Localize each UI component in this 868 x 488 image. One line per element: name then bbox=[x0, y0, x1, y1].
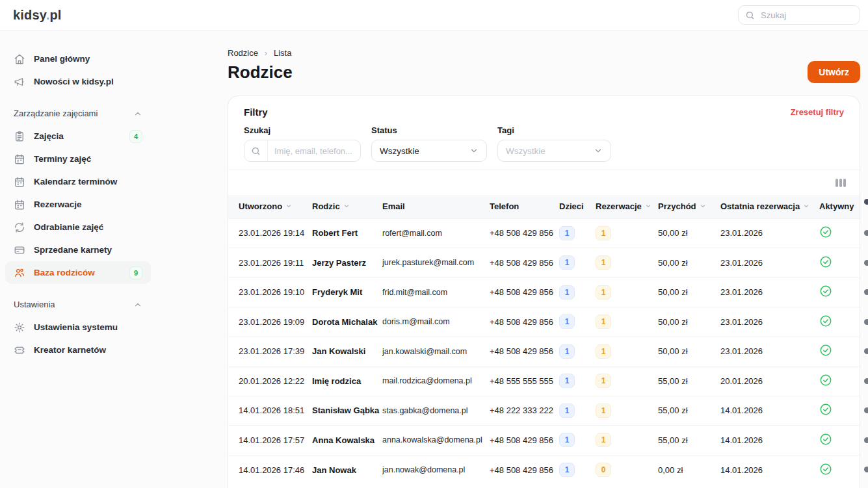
row-actions-button-clipped[interactable] bbox=[864, 260, 868, 266]
column-header[interactable]: Telefon bbox=[490, 195, 559, 218]
table-row[interactable]: 23.01.2026 19:10 Fryderyk Mit frid.mit@m… bbox=[228, 277, 860, 307]
reservations-count-badge: 1 bbox=[596, 433, 611, 447]
reservations-count-badge: 1 bbox=[596, 255, 611, 270]
table-row[interactable]: 23.01.2026 19:09 Dorota Michalak doris.m… bbox=[228, 307, 860, 337]
cell-ostatnia-rezerwacja: 23.01.2026 bbox=[720, 307, 819, 337]
sidebar-section-settings[interactable]: Ustawienia bbox=[5, 300, 151, 309]
row-actions-button-clipped[interactable] bbox=[864, 378, 868, 384]
cell-przychod: 55,00 zł bbox=[658, 396, 720, 426]
table-row[interactable]: 14.01.2026 17:57 Anna Kowalska anna.kowa… bbox=[228, 426, 860, 456]
cell-ostatnia-rezerwacja: 23.01.2026 bbox=[720, 337, 819, 366]
active-check-icon bbox=[819, 433, 832, 446]
sidebar-section-classes[interactable]: Zarządzanie zajęciami bbox=[5, 109, 151, 118]
reset-filters-link[interactable]: Zresetuj filtry bbox=[791, 107, 844, 117]
sidebar-item[interactable]: Baza rodziców 9 bbox=[5, 261, 151, 284]
cell-rodzic: Imię rodzica bbox=[312, 366, 382, 396]
sidebar-item[interactable]: Kalendarz terminów bbox=[5, 170, 151, 193]
cell-email: frid.mit@mail.com bbox=[382, 277, 490, 307]
cell-aktywny bbox=[819, 455, 860, 485]
brand-logo[interactable]: kidsy.pl bbox=[13, 8, 62, 23]
sidebar-item[interactable]: Zajęcia 4 bbox=[5, 125, 151, 148]
row-actions-button-clipped[interactable] bbox=[864, 289, 868, 295]
filters-title: Filtry bbox=[244, 107, 268, 118]
topbar: kidsy.pl bbox=[0, 0, 868, 31]
cell-przychod: 50,00 zł bbox=[658, 337, 720, 366]
table-row[interactable]: 20.01.2026 12:22 Imię rodzica mail.rodzi… bbox=[228, 366, 860, 396]
create-button[interactable]: Utwórz bbox=[808, 61, 860, 83]
table-row[interactable]: 14.01.2026 17:46 Jan Nowak jan.nowak@dom… bbox=[228, 455, 860, 485]
cell-email: jan.kowalski@mail.com bbox=[382, 337, 490, 366]
sidebar-item[interactable]: Rezerwacje bbox=[5, 193, 151, 216]
sidebar-item[interactable]: Terminy zajęć bbox=[5, 148, 151, 170]
sidebar-item-label: Kalendarz terminów bbox=[34, 177, 117, 186]
children-count-badge: 1 bbox=[559, 285, 575, 300]
status-filter-select[interactable]: Wszystkie bbox=[371, 140, 487, 162]
cell-dzieci: 1 bbox=[559, 396, 596, 426]
column-header[interactable]: Rezerwacje bbox=[596, 195, 658, 218]
row-actions-button-clipped[interactable] bbox=[864, 230, 868, 236]
row-actions-button-clipped[interactable] bbox=[864, 319, 868, 325]
sidebar-item[interactable]: Nowości w kidsy.pl bbox=[5, 70, 151, 93]
row-actions-button-clipped[interactable] bbox=[864, 467, 868, 472]
cell-telefon: +48 555 555 555 bbox=[490, 366, 559, 396]
cell-ostatnia-rezerwacja: 23.01.2026 bbox=[720, 277, 819, 307]
cell-dzieci: 1 bbox=[559, 307, 596, 337]
cell-aktywny bbox=[819, 366, 860, 396]
brand-word: kidsy bbox=[13, 8, 46, 22]
cell-email: jan.nowak@domena.pl bbox=[382, 455, 490, 485]
sidebar-item[interactable]: Kreator karnetów bbox=[5, 339, 151, 361]
cell-ostatnia-rezerwacja: 23.01.2026 bbox=[720, 248, 819, 278]
cell-utworzono: 14.01.2026 17:57 bbox=[228, 426, 312, 456]
children-count-badge: 1 bbox=[559, 344, 575, 359]
sidebar: Panel główny Nowości w kidsy.pl Zarządza… bbox=[0, 31, 156, 488]
cell-utworzono: 23.01.2026 19:11 bbox=[228, 248, 312, 278]
table-header-row: Utworzono Rodzic Email Telefon Dzieci Re… bbox=[228, 195, 860, 218]
row-actions-button-clipped[interactable] bbox=[864, 437, 868, 443]
column-header[interactable]: Email bbox=[382, 195, 490, 218]
tags-filter-select[interactable]: Wszystkie bbox=[497, 140, 611, 162]
cell-utworzono: 14.01.2026 17:46 bbox=[228, 455, 312, 485]
column-header[interactable]: Przychód bbox=[658, 195, 720, 218]
column-header[interactable]: Utworzono bbox=[228, 195, 312, 218]
row-actions-button-clipped[interactable] bbox=[864, 348, 868, 354]
cell-telefon: +48 508 429 856 bbox=[490, 307, 559, 337]
row-actions-button-clipped[interactable] bbox=[864, 407, 868, 413]
breadcrumb-item[interactable]: Rodzice bbox=[228, 48, 258, 58]
columns-settings-button[interactable] bbox=[834, 177, 848, 189]
chevron-up-icon bbox=[133, 300, 142, 309]
children-count-badge: 1 bbox=[559, 404, 575, 418]
cell-rodzic: Jerzy Pasterz bbox=[312, 248, 382, 278]
cell-email: mail.rodzica@domena.pl bbox=[382, 366, 490, 396]
active-check-icon bbox=[819, 255, 832, 268]
cell-telefon: +48 222 333 222 bbox=[490, 396, 559, 426]
row-actions-button-clipped[interactable] bbox=[864, 199, 868, 205]
reservations-count-badge: 1 bbox=[596, 404, 611, 418]
calendar-icon bbox=[14, 199, 25, 211]
calendar-icon bbox=[14, 153, 25, 165]
children-count-badge: 1 bbox=[559, 315, 575, 329]
sidebar-item[interactable]: Odrabianie zajęć bbox=[5, 216, 151, 238]
sidebar-item[interactable]: Panel główny bbox=[5, 47, 151, 70]
reservations-count-badge: 1 bbox=[596, 374, 611, 388]
global-search-input[interactable] bbox=[759, 10, 853, 21]
column-header[interactable]: Dzieci bbox=[559, 195, 596, 218]
sidebar-item[interactable]: Sprzedane karnety bbox=[5, 238, 151, 261]
table-row[interactable]: 14.01.2026 18:51 Stanisław Gąbka stas.ga… bbox=[228, 396, 860, 426]
column-header[interactable]: Aktywny bbox=[819, 195, 860, 218]
column-header[interactable]: Rodzic bbox=[312, 195, 382, 218]
search-filter-input[interactable] bbox=[268, 146, 360, 156]
active-check-icon bbox=[819, 374, 832, 387]
breadcrumb-item[interactable]: Lista bbox=[274, 48, 291, 58]
parents-card: Filtry Zresetuj filtry Szukaj Status Wsz… bbox=[228, 96, 860, 488]
cell-aktywny bbox=[819, 337, 860, 366]
column-header[interactable]: Ostatnia rezerwacja bbox=[720, 195, 819, 218]
global-search bbox=[738, 5, 860, 25]
table-row[interactable]: 23.01.2026 17:39 Jan Kowalski jan.kowals… bbox=[228, 337, 860, 366]
sidebar-item[interactable]: Ustawienia systemu bbox=[5, 316, 151, 339]
table-row[interactable]: 23.01.2026 19:14 Robert Fert rofert@mail… bbox=[228, 218, 860, 248]
cell-przychod: 55,00 zł bbox=[658, 366, 720, 396]
table-row[interactable]: 23.01.2026 19:11 Jerzy Pasterz jurek.pas… bbox=[228, 248, 860, 278]
megaphone-icon bbox=[14, 76, 25, 88]
cell-rodzic: Stanisław Gąbka bbox=[312, 396, 382, 426]
tags-filter-value: Wszystkie bbox=[506, 146, 546, 156]
